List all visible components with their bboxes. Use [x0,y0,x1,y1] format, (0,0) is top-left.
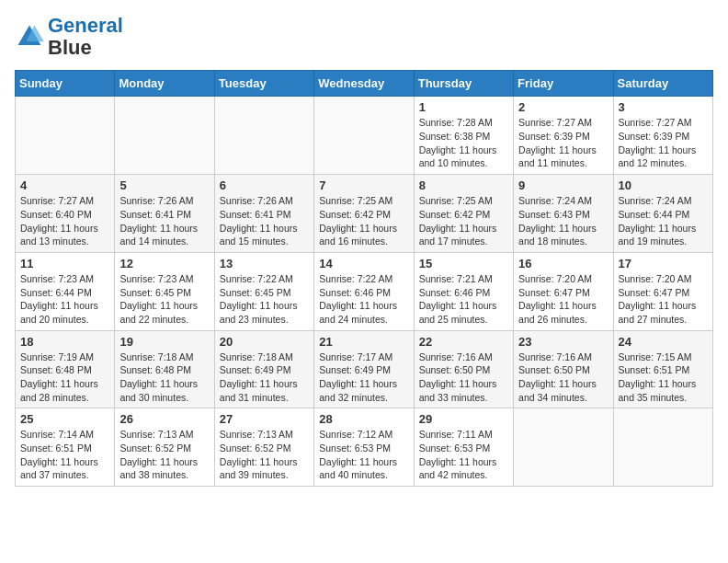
day-number: 11 [20,257,109,270]
day-number: 7 [319,178,408,192]
calendar-body: 1Sunrise: 7:28 AMSunset: 6:38 PMDaylight… [16,97,713,487]
calendar-cell: 11Sunrise: 7:23 AMSunset: 6:44 PMDayligh… [16,252,115,330]
day-number: 14 [319,257,408,270]
day-number: 21 [319,335,408,349]
day-info: Sunrise: 7:26 AMSunset: 6:41 PMDaylight:… [220,194,309,248]
calendar-cell: 27Sunrise: 7:13 AMSunset: 6:52 PMDayligh… [214,408,313,487]
calendar-cell: 12Sunrise: 7:23 AMSunset: 6:45 PMDayligh… [115,252,214,330]
day-info: Sunrise: 7:21 AMSunset: 6:46 PMDaylight:… [419,272,508,327]
day-info: Sunrise: 7:14 AMSunset: 6:51 PMDaylight:… [20,428,109,482]
calendar-cell: 14Sunrise: 7:22 AMSunset: 6:46 PMDayligh… [314,252,414,330]
day-number: 2 [518,100,608,114]
calendar-cell: 16Sunrise: 7:20 AMSunset: 6:47 PMDayligh… [514,252,613,330]
day-number: 17 [619,257,708,270]
calendar-cell: 21Sunrise: 7:17 AMSunset: 6:49 PMDayligh… [314,330,414,408]
day-number: 9 [518,178,608,192]
day-info: Sunrise: 7:20 AMSunset: 6:47 PMDaylight:… [619,272,708,327]
day-info: Sunrise: 7:27 AMSunset: 6:39 PMDaylight:… [518,116,608,170]
calendar-header: SundayMondayTuesdayWednesdayThursdayFrid… [16,71,713,97]
day-number: 5 [119,178,209,192]
day-info: Sunrise: 7:19 AMSunset: 6:48 PMDaylight:… [20,350,109,405]
calendar-cell: 15Sunrise: 7:21 AMSunset: 6:46 PMDayligh… [414,252,513,330]
calendar-cell [214,97,313,175]
calendar-cell: 29Sunrise: 7:11 AMSunset: 6:53 PMDayligh… [414,408,513,487]
day-info: Sunrise: 7:13 AMSunset: 6:52 PMDaylight:… [220,428,309,482]
day-number: 10 [619,178,708,192]
day-number: 29 [419,412,508,426]
logo-general: General [48,14,123,37]
day-info: Sunrise: 7:13 AMSunset: 6:52 PMDaylight:… [119,428,209,482]
week-row-2: 11Sunrise: 7:23 AMSunset: 6:44 PMDayligh… [16,252,713,330]
calendar-cell: 20Sunrise: 7:18 AMSunset: 6:49 PMDayligh… [214,330,313,408]
day-info: Sunrise: 7:27 AMSunset: 6:39 PMDaylight:… [619,116,708,170]
calendar-cell: 22Sunrise: 7:16 AMSunset: 6:50 PMDayligh… [414,330,513,408]
week-row-0: 1Sunrise: 7:28 AMSunset: 6:38 PMDaylight… [16,97,713,175]
header-monday: Monday [115,71,214,97]
day-number: 19 [119,335,209,349]
day-number: 16 [518,257,608,270]
header-wednesday: Wednesday [314,71,414,97]
day-number: 25 [20,412,109,426]
calendar-table: SundayMondayTuesdayWednesdayThursdayFrid… [15,70,713,487]
day-number: 8 [419,178,508,192]
day-number: 13 [220,257,309,270]
day-info: Sunrise: 7:27 AMSunset: 6:40 PMDaylight:… [20,194,109,248]
day-info: Sunrise: 7:22 AMSunset: 6:45 PMDaylight:… [220,272,309,327]
day-number: 1 [419,100,508,114]
calendar-cell: 25Sunrise: 7:14 AMSunset: 6:51 PMDayligh… [16,408,115,487]
calendar-cell: 6Sunrise: 7:26 AMSunset: 6:41 PMDaylight… [214,175,313,253]
day-info: Sunrise: 7:11 AMSunset: 6:53 PMDaylight:… [419,428,508,482]
day-info: Sunrise: 7:23 AMSunset: 6:44 PMDaylight:… [20,272,109,327]
day-number: 26 [119,412,209,426]
header-sunday: Sunday [16,71,115,97]
day-number: 3 [619,100,708,114]
header: General Blue [15,15,713,59]
calendar-cell: 8Sunrise: 7:25 AMSunset: 6:42 PMDaylight… [414,175,513,253]
day-number: 12 [119,257,209,270]
day-number: 28 [319,412,408,426]
week-row-1: 4Sunrise: 7:27 AMSunset: 6:40 PMDaylight… [16,175,713,253]
day-info: Sunrise: 7:25 AMSunset: 6:42 PMDaylight:… [319,194,408,248]
day-info: Sunrise: 7:16 AMSunset: 6:50 PMDaylight:… [419,350,508,405]
day-info: Sunrise: 7:25 AMSunset: 6:42 PMDaylight:… [419,194,508,248]
logo-icon [15,22,44,52]
calendar-cell: 7Sunrise: 7:25 AMSunset: 6:42 PMDaylight… [314,175,414,253]
day-info: Sunrise: 7:15 AMSunset: 6:51 PMDaylight:… [619,350,708,405]
day-number: 27 [220,412,309,426]
logo: General Blue [15,15,123,59]
calendar-cell: 4Sunrise: 7:27 AMSunset: 6:40 PMDaylight… [16,175,115,253]
calendar-cell [314,97,414,175]
day-info: Sunrise: 7:24 AMSunset: 6:44 PMDaylight:… [619,194,708,248]
calendar-cell [16,97,115,175]
day-info: Sunrise: 7:28 AMSunset: 6:38 PMDaylight:… [419,116,508,170]
day-number: 15 [419,257,508,270]
day-number: 18 [20,335,109,349]
header-saturday: Saturday [613,71,712,97]
day-info: Sunrise: 7:23 AMSunset: 6:45 PMDaylight:… [119,272,209,327]
day-info: Sunrise: 7:22 AMSunset: 6:46 PMDaylight:… [319,272,408,327]
calendar-cell: 26Sunrise: 7:13 AMSunset: 6:52 PMDayligh… [115,408,214,487]
calendar-cell: 10Sunrise: 7:24 AMSunset: 6:44 PMDayligh… [613,175,712,253]
calendar-cell: 5Sunrise: 7:26 AMSunset: 6:41 PMDaylight… [115,175,214,253]
week-row-4: 25Sunrise: 7:14 AMSunset: 6:51 PMDayligh… [16,408,713,487]
day-info: Sunrise: 7:16 AMSunset: 6:50 PMDaylight:… [518,350,608,405]
day-info: Sunrise: 7:18 AMSunset: 6:48 PMDaylight:… [119,350,209,405]
week-row-3: 18Sunrise: 7:19 AMSunset: 6:48 PMDayligh… [16,330,713,408]
header-friday: Friday [514,71,613,97]
header-row: SundayMondayTuesdayWednesdayThursdayFrid… [16,71,713,97]
calendar-cell: 9Sunrise: 7:24 AMSunset: 6:43 PMDaylight… [514,175,613,253]
calendar-cell: 28Sunrise: 7:12 AMSunset: 6:53 PMDayligh… [314,408,414,487]
day-number: 4 [20,178,109,192]
calendar-cell: 2Sunrise: 7:27 AMSunset: 6:39 PMDaylight… [514,97,613,175]
logo-text: General Blue [48,15,123,59]
day-number: 6 [220,178,309,192]
calendar-cell: 1Sunrise: 7:28 AMSunset: 6:38 PMDaylight… [414,97,513,175]
calendar-cell [115,97,214,175]
header-thursday: Thursday [414,71,513,97]
calendar-cell: 23Sunrise: 7:16 AMSunset: 6:50 PMDayligh… [514,330,613,408]
calendar-cell: 19Sunrise: 7:18 AMSunset: 6:48 PMDayligh… [115,330,214,408]
calendar-cell: 3Sunrise: 7:27 AMSunset: 6:39 PMDaylight… [613,97,712,175]
calendar-cell: 13Sunrise: 7:22 AMSunset: 6:45 PMDayligh… [214,252,313,330]
calendar-cell: 18Sunrise: 7:19 AMSunset: 6:48 PMDayligh… [16,330,115,408]
day-number: 20 [220,335,309,349]
